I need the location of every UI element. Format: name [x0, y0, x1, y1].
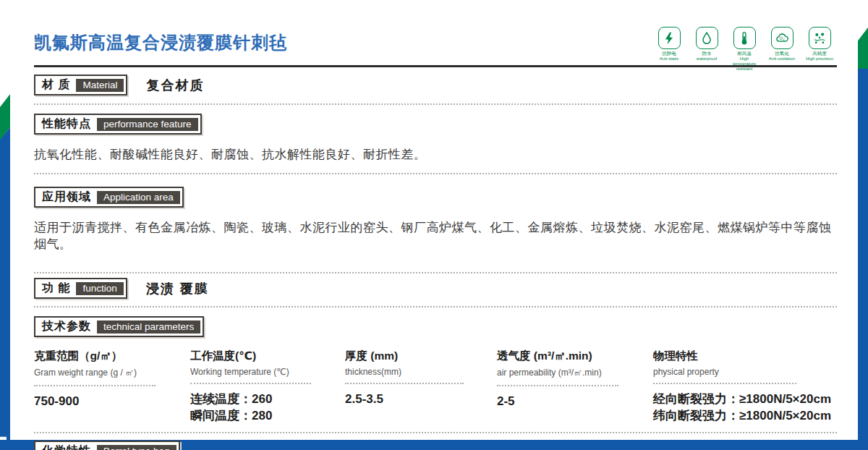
tech-header-zh: 克重范围（g/㎡） — [34, 349, 190, 364]
badge-label-zh: 高精度 — [812, 51, 827, 56]
right-blue-strip — [858, 69, 868, 450]
tech-header-en: physical property — [653, 367, 837, 377]
product-spec-page: 抗静电 Anti-static 防水 waterproof 耐高 — [0, 0, 868, 450]
divider — [190, 383, 311, 384]
technical-table: 克重范围（g/㎡） Gram weight range (g / ㎡) 750-… — [34, 349, 837, 425]
function-value: 浸渍 覆膜 — [146, 280, 209, 297]
section-material: 材 质 Material 复合材质 — [34, 75, 837, 95]
badge-label-en: waterproof — [697, 56, 717, 61]
divider — [34, 432, 837, 433]
section-function: 功 能 function 浸渍 覆膜 — [34, 278, 837, 299]
tech-value: 瞬间温度：280 — [190, 408, 345, 425]
tech-value: 纬向断裂强力：≥1800N/5×20cm — [653, 408, 837, 425]
tech-value: 2.5-3.5 — [345, 391, 497, 408]
badge-label-zh: 抗氧化 — [775, 51, 789, 56]
material-value: 复合材质 — [146, 77, 204, 94]
waterproof-icon — [696, 27, 718, 49]
divider — [34, 173, 837, 174]
badge-label-zh: 防水 — [702, 51, 712, 56]
badge-label-zh: 抗静电 — [662, 51, 676, 56]
badge-anti-oxidation: O₂ 抗氧化 Anti-oxidation — [767, 27, 797, 71]
divider — [345, 383, 464, 384]
section-title-en: Barrel type bag — [97, 445, 176, 450]
tech-header-zh: 透气度 (m³/㎡.min) — [497, 349, 653, 364]
badge-high-precision: 高精度 High precision — [804, 27, 835, 71]
tech-value: 经向断裂强力：≥1800N/5×20cm — [653, 391, 837, 408]
tech-col-working-temperature: 工作温度(℃) Working temperature (℃) 连续温度：260… — [190, 349, 345, 425]
divider — [34, 103, 837, 105]
section-title-zh: 功 能 — [42, 281, 70, 296]
tech-header-en: air permeability (m³/㎡.min) — [497, 367, 653, 379]
section-title-zh: 性能特点 — [42, 116, 91, 132]
section-header-application: 应用领域 Application area — [34, 187, 184, 208]
tech-col-thickness: 厚度 (mm) thickness(mm) 2.5-3.5 — [345, 349, 497, 425]
tech-header-en: Gram weight range (g / ㎡) — [34, 367, 190, 379]
tech-col-air-permeability: 透气度 (m³/㎡.min) air permeability (m³/㎡.mi… — [497, 349, 653, 425]
tech-value: 连续温度：260 — [190, 391, 345, 408]
badge-label-en: Anti-static — [660, 56, 678, 61]
badge-anti-static: 抗静电 Anti-static — [654, 27, 684, 71]
divider — [34, 306, 837, 307]
tech-header-en: Working temperature (℃) — [190, 367, 345, 377]
section-title-zh: 应用领域 — [42, 190, 91, 205]
section-performance: 性能特点 performance feature 抗氧化性能、耐酸碱性能良好、耐… — [34, 114, 837, 163]
badge-label-en: Anti-oxidation — [769, 56, 795, 61]
feature-badges: 抗静电 Anti-static 防水 waterproof 耐高 — [654, 27, 835, 71]
section-header-chemical: 化学特性 Barrel type bag — [34, 441, 180, 450]
tech-value: 750-900 — [34, 394, 190, 410]
divider — [34, 272, 837, 273]
divider — [497, 385, 618, 386]
section-header-material: 材 质 Material — [34, 75, 127, 95]
badge-label-en: High precision — [806, 56, 833, 61]
tech-col-gram-weight: 克重范围（g/㎡） Gram weight range (g / ㎡) 750-… — [34, 349, 190, 425]
section-title-en: Application area — [97, 191, 180, 204]
svg-text:O₂: O₂ — [780, 36, 786, 41]
section-header-technical: 技术参数 technical parameters — [34, 316, 204, 337]
tech-header-zh: 物理特性 — [653, 349, 837, 364]
tech-header-zh: 工作温度(℃) — [190, 349, 345, 364]
divider — [34, 385, 156, 386]
anti-oxidation-icon: O₂ — [771, 27, 793, 49]
section-application: 应用领域 Application area 适用于沥青搅拌、有色金属冶炼、陶瓷、… — [34, 187, 837, 252]
left-blue-strip — [0, 127, 10, 440]
right-green-accent — [858, 27, 868, 69]
high-precision-icon — [809, 27, 831, 49]
section-title-en: performance feature — [97, 118, 198, 131]
section-technical: 技术参数 technical parameters 克重范围（g/㎡） Gram… — [34, 316, 837, 425]
section-title-en: technical parameters — [97, 320, 200, 334]
section-title-en: function — [76, 282, 123, 295]
tech-value: 2-5 — [497, 394, 653, 410]
performance-text: 抗氧化性能、耐酸碱性能良好、耐腐蚀、抗水解性能良好、耐折性差。 — [34, 146, 837, 163]
section-header-performance: 性能特点 performance feature — [34, 114, 202, 135]
section-header-function: 功 能 function — [34, 278, 127, 299]
section-title-zh: 技术参数 — [42, 319, 91, 334]
divider — [653, 383, 796, 384]
section-title-zh: 材 质 — [42, 77, 70, 93]
section-title-zh: 化学特性 — [42, 443, 91, 450]
section-title-en: Material — [76, 79, 124, 92]
high-temperature-icon — [733, 27, 756, 49]
tech-header-en: thickness(mm) — [345, 367, 497, 377]
application-text: 适用于沥青搅拌、有色金属冶炼、陶瓷、玻璃、水泥行业的窑头、钢厂高炉煤气、化工、金… — [34, 219, 837, 252]
tech-header-zh: 厚度 (mm) — [345, 349, 497, 364]
anti-static-icon — [658, 27, 681, 49]
badge-waterproof: 防水 waterproof — [692, 27, 722, 71]
badge-label-zh: 耐高温 — [737, 51, 752, 56]
section-chemical: 化学特性 Barrel type bag 耐酸性 优 Acid Resistan… — [34, 441, 837, 450]
badge-label-en: High temperature resistant — [729, 56, 760, 72]
badge-high-temperature: 耐高温 High temperature resistant — [729, 27, 760, 71]
tech-col-physical-property: 物理特性 physical property 经向断裂强力：≥1800N/5×2… — [653, 349, 837, 425]
